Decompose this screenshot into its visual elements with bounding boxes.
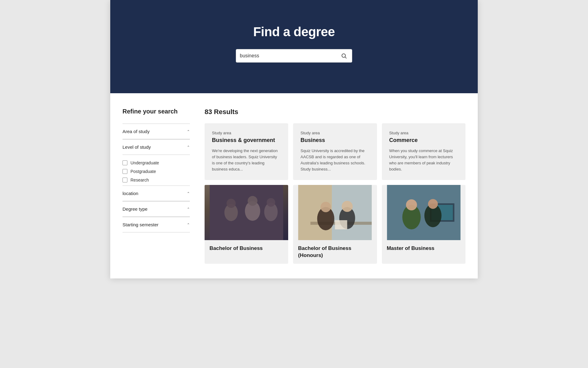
degree-card-body-1: Bachelor of Business (Honours) <box>293 240 377 264</box>
degree-card-title-1: Bachelor of Business (Honours) <box>298 245 372 259</box>
study-area-desc-1: Squiz University is accredited by the AA… <box>300 148 369 173</box>
degree-img-svg-1 <box>293 185 377 240</box>
checkbox-undergraduate[interactable] <box>123 160 127 165</box>
degree-card-body-2: Master of Business <box>382 240 466 257</box>
svg-point-0 <box>342 54 345 57</box>
svg-point-23 <box>428 199 438 209</box>
main-content: Refine your search Area of study ⌃ Level… <box>110 93 478 278</box>
filter-option-postgraduate: Postgraduate <box>123 167 190 176</box>
filter-header-starting-semester[interactable]: Starting semester ⌃ <box>123 217 190 232</box>
study-area-label-0: Study area <box>212 131 281 135</box>
checkbox-postgraduate[interactable] <box>123 169 127 174</box>
filter-label-level-of-study: Level of study <box>123 144 151 150</box>
svg-point-8 <box>267 198 275 207</box>
degree-card-0[interactable]: Bachelor of Business <box>205 185 288 264</box>
chevron-up-icon-degree-type: ⌃ <box>187 207 190 211</box>
results-section: 83 Results Study area Business & governm… <box>205 108 466 264</box>
hero-title: Find a degree <box>116 25 472 39</box>
chevron-up-icon-location: ⌃ <box>187 191 190 196</box>
study-area-title-2: Commerce <box>389 137 458 144</box>
filter-header-degree-type[interactable]: Degree type ⌃ <box>123 201 190 217</box>
degree-card-image-2 <box>382 185 466 240</box>
results-count: 83 Results <box>205 108 466 116</box>
filter-group-level-of-study: Level of study ⌃ Undergraduate Postgradu… <box>123 139 190 186</box>
cards-grid: Study area Business & government We're d… <box>205 123 466 264</box>
chevron-up-icon-starting-semester: ⌃ <box>187 223 190 227</box>
svg-rect-16 <box>335 220 347 229</box>
study-area-card-2[interactable]: Study area Commerce When you study comme… <box>382 123 466 180</box>
filter-header-location[interactable]: location ⌃ <box>123 186 190 201</box>
sidebar-title: Refine your search <box>123 108 190 115</box>
study-area-desc-2: When you study commerce at Squiz Univers… <box>389 148 458 173</box>
svg-line-1 <box>345 57 347 59</box>
chevron-up-icon: ⌃ <box>187 129 190 134</box>
svg-point-15 <box>342 201 353 212</box>
degree-card-image-0 <box>205 185 288 240</box>
checkbox-research[interactable] <box>123 178 127 182</box>
page-wrapper: Find a degree Refine your search Area of <box>110 0 478 278</box>
svg-point-4 <box>227 199 236 208</box>
filter-group-location: location ⌃ <box>123 186 190 201</box>
search-bar-wrap <box>116 49 472 63</box>
study-area-title-1: Business <box>300 137 369 144</box>
filter-header-level-of-study[interactable]: Level of study ⌃ <box>123 140 190 155</box>
filter-group-degree-type: Degree type ⌃ <box>123 201 190 217</box>
filter-option-undergraduate: Undergraduate <box>123 159 190 167</box>
filter-label-location: location <box>123 191 138 196</box>
degree-card-2[interactable]: Master of Business <box>382 185 466 264</box>
svg-point-13 <box>321 202 331 212</box>
search-bar <box>236 49 352 63</box>
study-area-desc-0: We're developing the next generation of … <box>212 148 281 173</box>
study-area-card-1[interactable]: Study area Business Squiz University is … <box>293 123 377 180</box>
sidebar: Refine your search Area of study ⌃ Level… <box>123 108 190 264</box>
svg-point-21 <box>406 199 417 210</box>
study-area-card-0[interactable]: Study area Business & government We're d… <box>205 123 288 180</box>
svg-point-6 <box>248 196 258 206</box>
degree-card-title-2: Master of Business <box>387 245 461 252</box>
filter-header-area-of-study[interactable]: Area of study ⌃ <box>123 124 190 139</box>
filter-group-area-of-study: Area of study ⌃ <box>123 124 190 139</box>
filter-options-level-of-study: Undergraduate Postgraduate Research <box>123 155 190 186</box>
degree-img-svg-0 <box>205 185 288 240</box>
search-icon <box>341 53 347 59</box>
degree-img-svg-2 <box>382 185 466 240</box>
filter-label-area-of-study: Area of study <box>123 129 149 134</box>
study-area-label-2: Study area <box>389 131 458 135</box>
study-area-label-1: Study area <box>300 131 369 135</box>
search-input[interactable] <box>240 49 340 62</box>
study-area-title-0: Business & government <box>212 137 281 144</box>
filter-option-research: Research <box>123 176 190 184</box>
filter-option-label-postgraduate: Postgraduate <box>130 169 156 174</box>
degree-card-1[interactable]: Bachelor of Business (Honours) <box>293 185 377 264</box>
filter-label-degree-type: Degree type <box>123 206 148 212</box>
filter-label-starting-semester: Starting semester <box>123 222 159 227</box>
degree-card-image-1 <box>293 185 377 240</box>
filter-group-starting-semester: Starting semester ⌃ <box>123 217 190 232</box>
chevron-up-icon-level: ⌃ <box>187 145 190 149</box>
degree-card-title-0: Bachelor of Business <box>209 245 283 252</box>
search-button[interactable] <box>340 52 348 60</box>
filter-option-label-undergraduate: Undergraduate <box>130 160 159 165</box>
filter-option-label-research: Research <box>130 178 149 182</box>
hero-section: Find a degree <box>110 0 478 93</box>
degree-card-body-0: Bachelor of Business <box>205 240 288 257</box>
